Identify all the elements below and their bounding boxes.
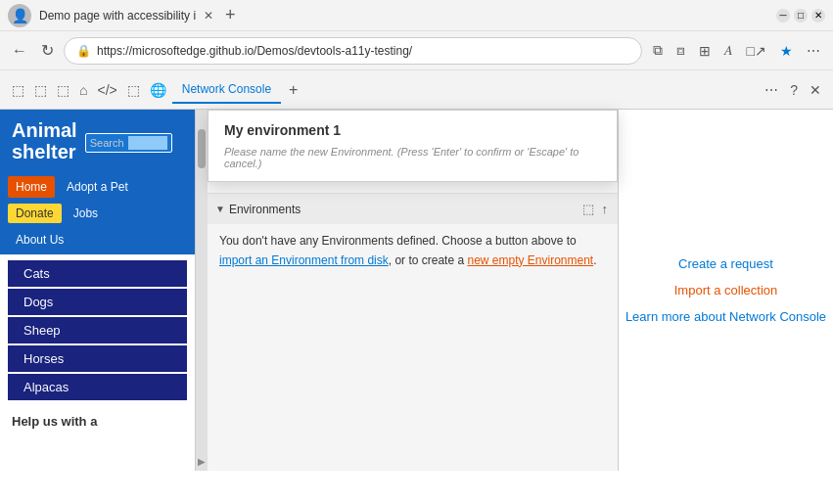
minimize-btn[interactable]: ─ xyxy=(776,9,790,23)
environments-import-btn[interactable]: ↑ xyxy=(600,200,611,218)
environments-header: ▼ Environments ⬚ ↑ xyxy=(208,194,618,224)
dt-icon-1[interactable]: ⬚ xyxy=(8,78,28,102)
nav-about[interactable]: About Us xyxy=(16,233,179,247)
dt-icon-6[interactable]: ⬚ xyxy=(123,78,144,102)
environments-icons: ⬚ ↑ xyxy=(580,200,611,218)
import-collection-right-link[interactable]: Import a collection xyxy=(674,283,778,298)
more-btn[interactable]: ⋯ xyxy=(802,39,825,63)
url-text: https://microsoftedge.github.io/Demos/de… xyxy=(97,44,412,58)
environments-section: ▼ Environments ⬚ ↑ You don't have any En… xyxy=(208,194,618,277)
import-env-link[interactable]: import an Environment from disk xyxy=(219,253,389,267)
environments-arrow[interactable]: ▼ xyxy=(215,204,225,214)
list-item-dogs[interactable]: Dogs xyxy=(8,289,187,315)
help-text: Help us with a xyxy=(12,414,97,429)
user-avatar: 👤 xyxy=(8,4,31,27)
new-environment-popup[interactable]: My environment 1 Please name the new Env… xyxy=(208,110,618,182)
list-item-cats[interactable]: Cats xyxy=(8,260,187,287)
create-env-link[interactable]: new empty Environment xyxy=(467,253,593,267)
lock-icon: 🔒 xyxy=(76,44,91,58)
nav-home[interactable]: Home xyxy=(8,176,55,198)
create-request-link[interactable]: Create a request xyxy=(678,256,773,271)
about-us-section: About Us xyxy=(0,229,195,254)
learn-more-link[interactable]: Learn more about Network Console xyxy=(625,309,826,324)
nav-donate[interactable]: Donate xyxy=(8,204,62,223)
window-controls: ─ □ ✕ xyxy=(776,9,825,23)
network-console-panel: My environment 1 Please name the new Env… xyxy=(208,110,618,471)
back-btn[interactable]: ← xyxy=(8,38,31,64)
environment-name: My environment 1 xyxy=(224,122,601,138)
dt-icon-4[interactable]: ⌂ xyxy=(75,78,91,102)
maximize-btn[interactable]: □ xyxy=(794,9,808,23)
site-footer: Help us with a xyxy=(0,406,195,436)
right-panel: Create a request Import a collection Lea… xyxy=(618,110,833,471)
environment-placeholder: Please name the new Environment. (Press … xyxy=(224,146,601,169)
search-label: Search xyxy=(90,137,124,149)
website-panel: Animal shelter Search Home Adopt a Pet D… xyxy=(0,110,196,471)
toolbar-icons: ⧉ ⧈ ⊞ 𝐴 □↗ ★ ⋯ xyxy=(648,38,825,63)
scroll-thumb[interactable] xyxy=(198,129,206,168)
dt-icon-2[interactable]: ⬚ xyxy=(30,78,51,102)
list-item-sheep[interactable]: Sheep xyxy=(8,317,187,344)
dt-help-icon[interactable]: ? xyxy=(786,78,802,102)
title-bar: 👤 Demo page with accessibility iss... ✕ … xyxy=(0,0,833,31)
devtools-toolbar: ⬚ ⬚ ⬚ ⌂ </> ⬚ 🌐 Network Console + ⋯ ? ✕ xyxy=(0,70,833,110)
add-tab-btn[interactable]: + xyxy=(283,77,303,103)
environments-text-3: . xyxy=(593,253,596,267)
grid-icon[interactable]: ⊞ xyxy=(694,39,716,63)
environments-content: You don't have any Environments defined.… xyxy=(208,224,618,277)
refresh-btn[interactable]: ↻ xyxy=(37,37,58,64)
network-console-tab[interactable]: Network Console xyxy=(172,76,281,104)
dt-icon-5[interactable]: </> xyxy=(93,78,120,102)
dt-right-controls: ⋯ ? ✕ xyxy=(761,78,825,102)
environments-title: Environments xyxy=(229,203,577,216)
site-header: Animal shelter Search xyxy=(0,110,195,172)
tab-close-btn[interactable]: ✕ xyxy=(204,9,213,23)
favorites-icon[interactable]: ★ xyxy=(775,39,798,63)
site-nav-row2: Donate Jobs xyxy=(0,202,195,229)
main-area: Animal shelter Search Home Adopt a Pet D… xyxy=(0,110,833,471)
new-tab-btn[interactable]: + xyxy=(225,5,236,25)
tab-title: Demo page with accessibility iss... xyxy=(39,9,196,23)
dt-close-icon[interactable]: ✕ xyxy=(806,78,825,102)
share-icon[interactable]: □↗ xyxy=(742,39,771,63)
site-search[interactable]: Search xyxy=(85,133,172,153)
list-item-alpacas[interactable]: Alpacas xyxy=(8,374,187,400)
environments-new-btn[interactable]: ⬚ xyxy=(580,200,596,218)
site-list: Cats Dogs Sheep Horses Alpacas xyxy=(0,254,195,406)
environments-text-2: , or to create a xyxy=(389,253,468,267)
site-nav: Home Adopt a Pet xyxy=(0,172,195,202)
site-logo: Animal shelter xyxy=(12,119,77,162)
address-bar: ← ↻ 🔒 https://microsoftedge.github.io/De… xyxy=(0,31,833,70)
collections-icon[interactable]: ⧉ xyxy=(648,38,668,63)
globe-icon: 🌐 xyxy=(146,78,170,102)
nav-jobs[interactable]: Jobs xyxy=(66,204,106,223)
dt-icon-3[interactable]: ⬚ xyxy=(53,78,73,102)
popup-overlay: My environment 1 Please name the new Env… xyxy=(208,110,618,471)
environments-text-1: You don't have any Environments defined.… xyxy=(219,234,577,248)
nav-adopt[interactable]: Adopt a Pet xyxy=(59,176,136,198)
url-input[interactable]: 🔒 https://microsoftedge.github.io/Demos/… xyxy=(64,37,642,65)
split-icon[interactable]: ⧈ xyxy=(671,38,690,63)
read-icon[interactable]: 𝐴 xyxy=(719,38,738,63)
dt-more-icon[interactable]: ⋯ xyxy=(761,78,782,102)
network-console-tab-label: Network Console xyxy=(182,82,271,96)
list-item-horses[interactable]: Horses xyxy=(8,345,187,372)
close-btn[interactable]: ✕ xyxy=(811,9,825,23)
scroll-bar[interactable]: ▶ xyxy=(196,110,208,471)
